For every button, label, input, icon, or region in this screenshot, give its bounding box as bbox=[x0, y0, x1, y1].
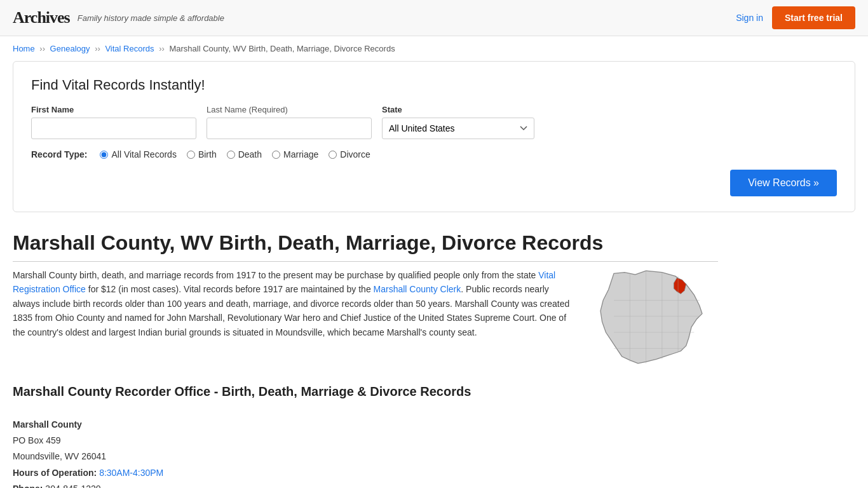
state-group: State All United States West Virginia Oh… bbox=[382, 105, 534, 139]
first-name-group: First Name bbox=[31, 105, 196, 139]
last-name-input[interactable] bbox=[207, 118, 372, 139]
breadcrumb-sep2: ›› bbox=[95, 44, 100, 53]
search-form-row: First Name Last Name (Required) State Al… bbox=[31, 105, 837, 139]
breadcrumb-home[interactable]: Home bbox=[13, 44, 35, 53]
radio-divorce[interactable]: Divorce bbox=[329, 149, 370, 159]
clerk-link[interactable]: Marshall County Clerk bbox=[374, 284, 461, 294]
breadcrumb: Home ›› Genealogy ›› Vital Records ›› Ma… bbox=[0, 36, 868, 61]
start-trial-button[interactable]: Start free trial bbox=[772, 6, 855, 29]
last-name-group: Last Name (Required) bbox=[207, 105, 372, 139]
breadcrumb-genealogy[interactable]: Genealogy bbox=[50, 44, 90, 53]
header-right: Sign in Start free trial bbox=[736, 6, 855, 29]
office-address2: Moundsville, WV 26041 bbox=[13, 449, 718, 464]
radio-birth-input[interactable] bbox=[187, 151, 195, 159]
radio-birth-label: Birth bbox=[198, 149, 217, 159]
first-name-label: First Name bbox=[31, 105, 196, 114]
radio-marriage-label: Marriage bbox=[283, 149, 318, 159]
search-box: Find Vital Records Instantly! First Name… bbox=[13, 61, 855, 212]
radio-divorce-label: Divorce bbox=[340, 149, 370, 159]
record-type-row: Record Type: All Vital Records Birth Dea… bbox=[31, 149, 837, 159]
radio-death[interactable]: Death bbox=[227, 149, 262, 159]
first-name-input[interactable] bbox=[31, 118, 196, 139]
breadcrumb-current: Marshall County, WV Birth, Death, Marria… bbox=[169, 44, 395, 53]
vital-reg-link[interactable]: Vital Registration Office bbox=[13, 270, 555, 294]
hours-label: Hours of Operation: bbox=[13, 468, 97, 478]
record-type-label: Record Type: bbox=[31, 149, 87, 159]
radio-all-input[interactable] bbox=[100, 151, 108, 159]
view-records-button[interactable]: View Records » bbox=[730, 170, 837, 196]
office-phone: Phone: 304-845-1220 bbox=[13, 481, 718, 488]
office-name: Marshall County bbox=[13, 417, 718, 433]
radio-all[interactable]: All Vital Records bbox=[100, 149, 176, 159]
office-info: Marshall County PO Box 459 Moundsville, … bbox=[13, 417, 718, 488]
radio-death-input[interactable] bbox=[227, 151, 235, 159]
breadcrumb-sep1: ›› bbox=[39, 44, 45, 53]
office-address1: PO Box 459 bbox=[13, 433, 718, 449]
radio-birth[interactable]: Birth bbox=[187, 149, 217, 159]
radio-marriage[interactable]: Marriage bbox=[272, 149, 318, 159]
state-select[interactable]: All United States West Virginia Ohio Pen… bbox=[382, 118, 534, 139]
radio-all-label: All Vital Records bbox=[111, 149, 176, 159]
header-left: Archives Family history made simple & af… bbox=[13, 8, 224, 27]
state-label: State bbox=[382, 105, 534, 114]
hours-value[interactable]: 8:30AM-4:30PM bbox=[99, 468, 163, 478]
phone-label: Phone: bbox=[13, 484, 43, 488]
section-title: Marshall County Recorder Office - Birth,… bbox=[13, 384, 718, 399]
page-title: Marshall County, WV Birth, Death, Marria… bbox=[13, 231, 718, 262]
last-name-label: Last Name (Required) bbox=[207, 105, 372, 114]
office-hours: Hours of Operation: 8:30AM-4:30PM bbox=[13, 465, 718, 481]
radio-death-label: Death bbox=[238, 149, 262, 159]
sign-in-link[interactable]: Sign in bbox=[736, 13, 763, 23]
radio-marriage-input[interactable] bbox=[272, 151, 280, 159]
radio-divorce-input[interactable] bbox=[329, 151, 337, 159]
wv-map bbox=[591, 268, 712, 370]
map-container bbox=[591, 268, 718, 372]
archives-tagline: Family history made simple & affordable bbox=[78, 13, 224, 23]
description-paragraph: Marshall County birth, death, and marria… bbox=[13, 268, 572, 339]
breadcrumb-sep3: ›› bbox=[159, 44, 165, 53]
main-content: Marshall County, WV Birth, Death, Marria… bbox=[0, 225, 731, 488]
phone-value: 304-845-1220 bbox=[45, 484, 100, 488]
content-text: Marshall County birth, death, and marria… bbox=[13, 268, 572, 372]
search-title: Find Vital Records Instantly! bbox=[31, 77, 837, 93]
header: Archives Family history made simple & af… bbox=[0, 0, 868, 36]
content-with-map: Marshall County birth, death, and marria… bbox=[13, 268, 718, 372]
breadcrumb-vital-records[interactable]: Vital Records bbox=[105, 44, 154, 53]
archives-logo: Archives bbox=[13, 8, 70, 27]
